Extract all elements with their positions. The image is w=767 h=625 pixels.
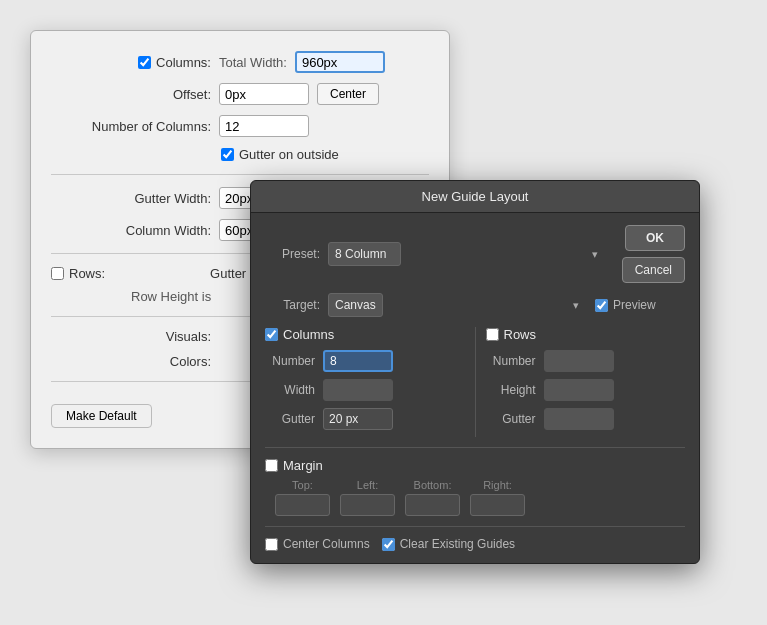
rows-section-header: Rows xyxy=(486,327,686,342)
clear-guides-checkbox[interactable] xyxy=(382,538,395,551)
center-columns-check[interactable]: Center Columns xyxy=(265,537,370,551)
margin-checkbox[interactable] xyxy=(265,459,278,472)
margin-bottom-input[interactable] xyxy=(405,494,460,516)
rows-height-row: Height xyxy=(486,379,686,401)
target-select-wrapper: Canvas xyxy=(328,293,585,317)
columns-row: Columns: Total Width: xyxy=(51,51,429,73)
rows-gutter-label: Gutter xyxy=(486,412,536,426)
offset-label: Offset: xyxy=(51,87,211,102)
total-width-input[interactable] xyxy=(295,51,385,73)
columns-check-label[interactable]: Columns: xyxy=(51,55,211,70)
margin-bottom-label: Bottom: xyxy=(414,479,452,491)
ok-button[interactable]: OK xyxy=(625,225,685,251)
gutter-outside-label[interactable]: Gutter on outside xyxy=(221,147,339,162)
margin-left-label: Left: xyxy=(357,479,378,491)
fg-divider-h-2 xyxy=(265,526,685,527)
row-height-label: Row Height is xyxy=(131,289,211,304)
num-columns-label: Number of Columns: xyxy=(51,119,211,134)
columns-fg-checkbox[interactable] xyxy=(265,328,278,341)
main-content: Columns Number Width Gutter xyxy=(265,327,685,437)
fg-bottom-row: Center Columns Clear Existing Guides xyxy=(265,537,685,551)
rows-gutter-input[interactable] xyxy=(544,408,614,430)
margin-right-label: Right: xyxy=(483,479,512,491)
columns-number-row: Number xyxy=(265,350,465,372)
columns-panel: Columns Number Width Gutter xyxy=(265,327,465,437)
fg-dialog-body: Preset: 8 Column 12 Column Custom OK Can… xyxy=(251,213,699,563)
gutter-width-label: Gutter Width: xyxy=(51,191,211,206)
num-columns-input[interactable] xyxy=(219,115,309,137)
columns-section-header: Columns xyxy=(265,327,465,342)
columns-gutter-label: Gutter xyxy=(265,412,315,426)
offset-row: Offset: Center xyxy=(51,83,429,105)
make-default-button[interactable]: Make Default xyxy=(51,404,152,428)
columns-number-input[interactable] xyxy=(323,350,393,372)
rows-panel: Rows Number Height Gutter xyxy=(486,327,686,437)
rows-height-input[interactable] xyxy=(544,379,614,401)
rows-fg-checkbox[interactable] xyxy=(486,328,499,341)
cancel-button[interactable]: Cancel xyxy=(622,257,685,283)
preset-label: Preset: xyxy=(265,247,320,261)
columns-check[interactable]: Columns xyxy=(265,327,334,342)
fg-divider-h xyxy=(265,447,685,448)
columns-checkbox[interactable] xyxy=(138,56,151,69)
columns-width-label: Width xyxy=(265,383,315,397)
column-width-label: Column Width: xyxy=(51,223,211,238)
rows-number-input[interactable] xyxy=(544,350,614,372)
target-label: Target: xyxy=(265,298,320,312)
rows-checkbox[interactable] xyxy=(51,267,64,280)
preview-area: Preview xyxy=(595,298,685,312)
columns-gutter-row: Gutter xyxy=(265,408,465,430)
margin-top-input[interactable] xyxy=(275,494,330,516)
margin-check[interactable]: Margin xyxy=(265,458,685,473)
rows-check[interactable]: Rows xyxy=(486,327,537,342)
rows-check-label[interactable]: Rows: xyxy=(51,266,131,281)
fg-dialog-title: New Guide Layout xyxy=(251,181,699,213)
columns-gutter-input[interactable] xyxy=(323,408,393,430)
gutter-outside-checkbox[interactable] xyxy=(221,148,234,161)
columns-number-label: Number xyxy=(265,354,315,368)
fg-dialog: New Guide Layout Preset: 8 Column 12 Col… xyxy=(250,180,700,564)
center-button[interactable]: Center xyxy=(317,83,379,105)
colors-label: Colors: xyxy=(51,354,211,369)
columns-width-input[interactable] xyxy=(323,379,393,401)
divider-1 xyxy=(51,174,429,175)
margin-fields: Top: Left: Bottom: Right: xyxy=(265,479,685,516)
rows-gutter-row: Gutter xyxy=(486,408,686,430)
rows-number-label: Number xyxy=(486,354,536,368)
gutter-outside-row: Gutter on outside xyxy=(221,147,429,162)
center-columns-checkbox[interactable] xyxy=(265,538,278,551)
columns-width-row: Width xyxy=(265,379,465,401)
margin-left-field: Left: xyxy=(340,479,395,516)
target-row: Target: Canvas Preview xyxy=(265,293,685,317)
vertical-divider xyxy=(475,327,476,437)
right-buttons: OK Cancel xyxy=(622,225,685,283)
preset-select[interactable]: 8 Column 12 Column Custom xyxy=(328,242,401,266)
offset-input[interactable] xyxy=(219,83,309,105)
preset-row: Preset: 8 Column 12 Column Custom OK Can… xyxy=(265,225,685,283)
total-width-label: Total Width: xyxy=(219,55,287,70)
preview-checkbox[interactable] xyxy=(595,299,608,312)
margin-right-field: Right: xyxy=(470,479,525,516)
clear-guides-check[interactable]: Clear Existing Guides xyxy=(382,537,515,551)
margin-bottom-field: Bottom: xyxy=(405,479,460,516)
margin-top-label: Top: xyxy=(292,479,313,491)
visuals-label: Visuals: xyxy=(51,329,211,344)
preview-label[interactable]: Preview xyxy=(595,298,656,312)
margin-top-field: Top: xyxy=(275,479,330,516)
target-select[interactable]: Canvas xyxy=(328,293,383,317)
preset-select-wrapper: 8 Column 12 Column Custom xyxy=(328,242,604,266)
margin-section: Margin Top: Left: Bottom: Right: xyxy=(265,458,685,516)
margin-left-input[interactable] xyxy=(340,494,395,516)
num-columns-row: Number of Columns: xyxy=(51,115,429,137)
rows-height-label: Height xyxy=(486,383,536,397)
rows-number-row: Number xyxy=(486,350,686,372)
margin-right-input[interactable] xyxy=(470,494,525,516)
